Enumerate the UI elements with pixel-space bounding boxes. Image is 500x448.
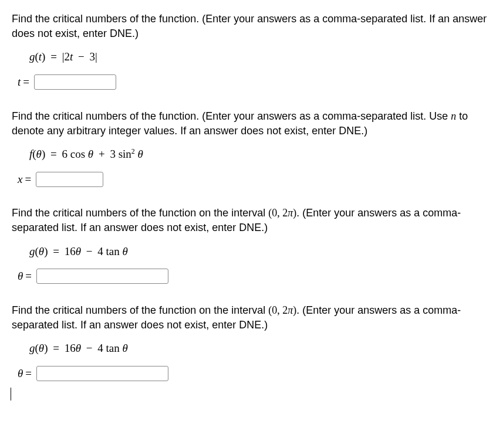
answer-row: t= bbox=[18, 74, 488, 90]
answer-variable: θ= bbox=[18, 269, 32, 284]
answer-row: θ= bbox=[18, 366, 488, 382]
question-text: Find the critical numbers of the functio… bbox=[12, 303, 488, 332]
answer-variable: t= bbox=[18, 74, 29, 90]
answer-row: θ= bbox=[18, 269, 488, 284]
equation: f(θ) = 6 cos θ + 3 sin2 θ bbox=[29, 147, 488, 162]
question-text: Find the critical numbers of the functio… bbox=[12, 206, 488, 235]
question-text: Find the critical numbers of the functio… bbox=[12, 12, 488, 41]
answer-variable: θ= bbox=[18, 366, 32, 382]
answer-input[interactable] bbox=[36, 366, 168, 381]
problem-1: Find the critical numbers of the functio… bbox=[12, 12, 488, 90]
question-text: Find the critical numbers of the functio… bbox=[12, 109, 488, 138]
answer-input[interactable] bbox=[34, 74, 116, 90]
equation: g(t) = |2t − 3| bbox=[29, 49, 488, 65]
text-cursor bbox=[11, 388, 11, 401]
problem-4: Find the critical numbers of the functio… bbox=[12, 303, 488, 382]
answer-row: x= bbox=[18, 172, 488, 188]
equation: g(θ) = 16θ − 4 tan θ bbox=[29, 244, 488, 260]
problem-3: Find the critical numbers of the functio… bbox=[12, 206, 488, 284]
equation: g(θ) = 16θ − 4 tan θ bbox=[29, 341, 488, 357]
problem-2: Find the critical numbers of the functio… bbox=[12, 109, 488, 188]
answer-input[interactable] bbox=[36, 269, 168, 284]
answer-input[interactable] bbox=[36, 172, 103, 187]
answer-variable: x= bbox=[18, 172, 31, 188]
